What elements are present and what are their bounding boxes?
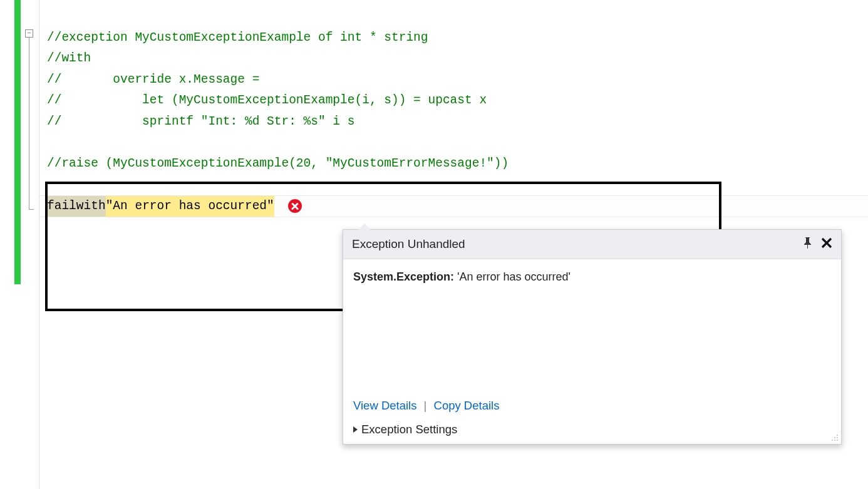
exception-helper-popup: Exception Unhandled System.Exception: 'A… — [343, 229, 842, 445]
exception-type: System.Exception: — [353, 270, 454, 283]
pin-icon[interactable] — [803, 237, 812, 252]
view-details-link[interactable]: View Details — [353, 399, 416, 412]
current-execution-line: failwith "An error has occurred" — [39, 195, 868, 218]
code-line-comment: //raise (MyCustomExceptionExample(20, "M… — [39, 153, 868, 175]
popup-message: System.Exception: 'An error has occurred… — [343, 259, 841, 292]
svg-point-1 — [834, 437, 835, 438]
collapse-region-icon[interactable]: − — [25, 29, 33, 38]
outline-end-tick — [29, 209, 34, 210]
svg-point-3 — [832, 440, 833, 441]
svg-point-0 — [837, 435, 838, 436]
exception-text: 'An error has occurred' — [454, 270, 571, 283]
popup-header: Exception Unhandled — [343, 230, 841, 259]
code-line-comment: // sprintf "Int: %d Str: %s" i s — [39, 111, 868, 133]
svg-point-4 — [834, 440, 835, 441]
exception-settings-expander[interactable]: Exception Settings — [343, 418, 841, 444]
code-line-comment: // let (MyCustomExceptionExample(i, s)) … — [39, 90, 868, 111]
change-indicator-bar — [14, 0, 21, 284]
chevron-right-icon — [353, 426, 358, 433]
copy-details-link[interactable]: Copy Details — [434, 399, 500, 412]
action-separator: | — [424, 399, 427, 412]
code-line — [39, 6, 868, 28]
close-icon[interactable] — [821, 236, 832, 252]
popup-actions: View Details | Copy Details — [343, 395, 841, 418]
code-line-comment: //with — [39, 48, 868, 69]
popup-title: Exception Unhandled — [352, 237, 465, 251]
svg-point-2 — [837, 437, 838, 438]
exception-settings-label: Exception Settings — [361, 423, 457, 436]
svg-point-5 — [837, 440, 838, 441]
code-line-blank — [39, 132, 868, 153]
code-string-literal: "An error has occurred" — [106, 196, 274, 217]
code-keyword: failwith — [47, 196, 106, 217]
code-line-comment: // override x.Message = — [39, 69, 868, 91]
popup-header-controls — [803, 236, 832, 252]
outline-gutter: − — [21, 0, 39, 489]
error-icon[interactable] — [288, 199, 302, 213]
popup-spacer — [343, 292, 841, 395]
popup-pointer-notch — [358, 223, 371, 230]
code-line-comment: //exception MyCustomExceptionExample of … — [39, 28, 868, 49]
code-line-blank — [39, 174, 868, 195]
outline-vertical-line — [29, 38, 29, 210]
resize-grip-icon[interactable] — [830, 433, 839, 441]
